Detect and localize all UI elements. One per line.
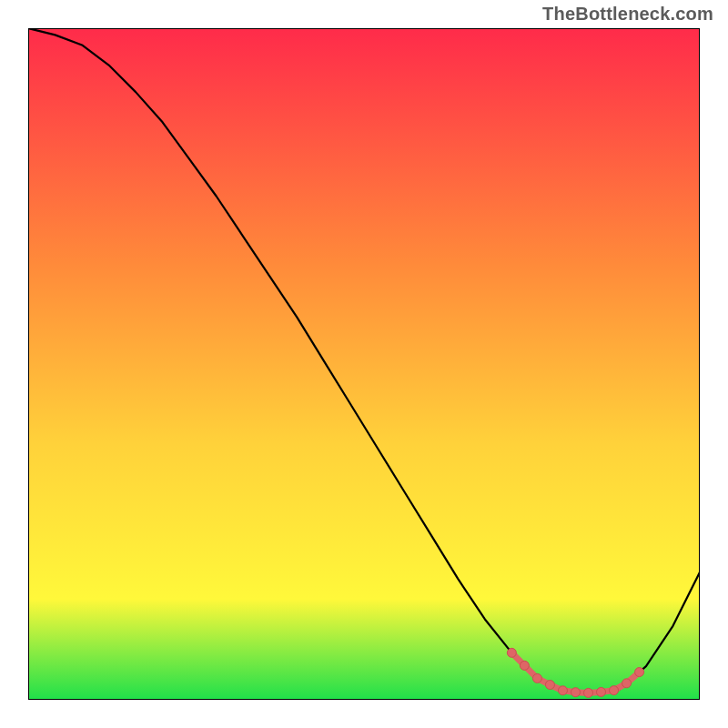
gradient-background — [28, 28, 700, 700]
optimal-range-dot — [610, 686, 619, 695]
optimal-range-dot — [558, 686, 567, 695]
watermark-text: TheBottleneck.com — [542, 4, 713, 25]
optimal-range-dot — [532, 673, 541, 682]
optimal-range-dot — [520, 661, 529, 670]
optimal-range-dot — [545, 681, 554, 690]
bottleneck-chart — [28, 28, 700, 700]
optimal-range-dot — [622, 679, 632, 688]
optimal-range-dot — [597, 687, 606, 696]
optimal-range-dot — [507, 648, 516, 657]
optimal-range-dot — [571, 688, 580, 697]
optimal-range-dot — [583, 688, 592, 697]
chart-container: TheBottleneck.com — [0, 0, 728, 728]
optimal-range-dot — [635, 668, 644, 677]
